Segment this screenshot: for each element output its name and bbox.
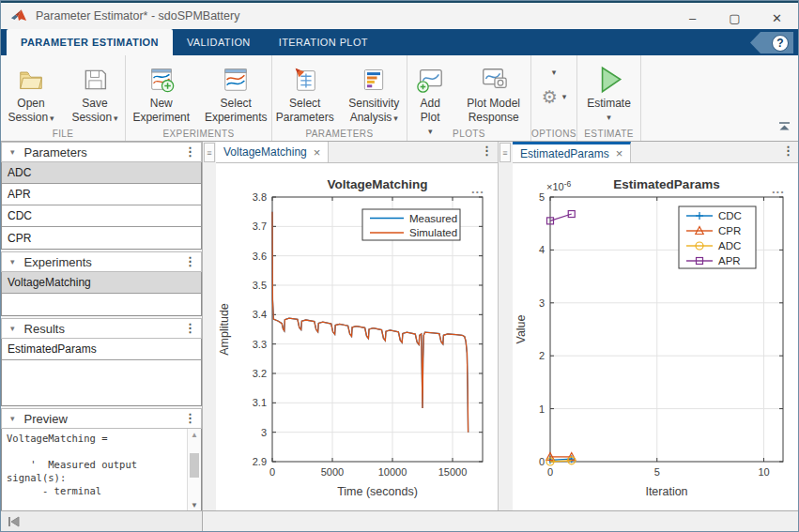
collapse-ribbon-icon (778, 122, 791, 131)
group-estimate: Estimate ▾ ESTIMATE (577, 55, 641, 141)
parameter-row-cpr[interactable]: CPR (2, 227, 201, 249)
tab-validation[interactable]: VALIDATION (173, 29, 265, 55)
svg-text:ADC: ADC (718, 240, 741, 251)
panel-splitter-right[interactable]: ≡ (499, 142, 513, 512)
close-tab-icon[interactable]: × (314, 145, 321, 160)
experiments-menu-icon[interactable]: ⋮ (184, 254, 196, 268)
preview-menu-icon[interactable]: ⋮ (184, 411, 196, 425)
y-axis-multiplier: ×10-6 (546, 179, 572, 192)
voltagematching-chart[interactable]: 0500010000150002.933.13.23.33.43.53.63.7… (216, 163, 499, 511)
group-options: ▾ ⚙ ▾ OPTIONS (531, 55, 577, 141)
estimatedparams-document: EstimatedParams × ⋮ 0510012345EstimatedP… (513, 142, 799, 512)
help-icon: ? (772, 35, 789, 52)
parameter-estimator-window: Parameter Estimator* - sdoSPMBattery – ▢… (0, 0, 799, 532)
svg-text:4: 4 (539, 244, 545, 255)
experiments-section-header[interactable]: ▾ Experiments ⋮ (1, 251, 202, 272)
axes-toolbar-ellipsis-icon[interactable]: ... (772, 182, 785, 196)
estimate-label: Estimate (587, 97, 631, 111)
experiments-list: VoltageMatching (1, 272, 202, 316)
axes-toolbar-ellipsis-icon[interactable]: ... (471, 182, 484, 196)
preview-section-header[interactable]: ▾ Preview ⋮ (1, 408, 202, 429)
svg-text:15000: 15000 (438, 466, 468, 478)
svg-text:3.3: 3.3 (253, 339, 267, 350)
parameters-section-title: Parameters (24, 145, 87, 160)
close-tab-icon[interactable]: × (616, 146, 623, 160)
sensitivity-analysis-label: Sensitivity Analysis (348, 97, 399, 124)
panel-splitter-left[interactable]: ≡ (203, 142, 216, 512)
group-label-file: FILE (1, 129, 125, 139)
svg-text:Value: Value (515, 314, 528, 343)
parameter-row-cdc[interactable]: CDC (2, 205, 201, 227)
options-button[interactable]: ⚙ ▾ (542, 88, 567, 106)
group-label-estimate: ESTIMATE (577, 129, 640, 139)
open-folder-icon (17, 63, 45, 97)
estimatedparams-tab[interactable]: EstimatedParams × (513, 142, 631, 162)
select-parameters-icon (291, 63, 319, 97)
group-parameters: Select Parameters Sensitivity Analysis▾ … (272, 55, 407, 141)
svg-text:5000: 5000 (321, 466, 344, 478)
title-bar: Parameter Estimator* - sdoSPMBattery – ▢… (1, 1, 798, 29)
scroll-down-icon[interactable]: ▼ (188, 501, 201, 509)
collapse-section-icon: ▾ (10, 257, 15, 266)
splitter-handle-icon[interactable]: ≡ (204, 143, 215, 162)
parameters-menu-icon[interactable]: ⋮ (184, 144, 196, 159)
svg-text:3: 3 (261, 427, 267, 438)
status-bar (1, 510, 798, 531)
estimatedparams-chart[interactable]: 0510012345EstimatedParams...IterationVal… (513, 163, 799, 511)
splitter-handle-icon[interactable]: ≡ (499, 143, 511, 162)
options-dropdown-arrow-icon[interactable]: ▾ (552, 68, 557, 77)
result-row-estimatedparams[interactable]: EstimatedParams (2, 339, 201, 360)
dropdown-arrow-icon: ▾ (50, 114, 54, 123)
scroll-up-icon[interactable]: ▲ (188, 431, 201, 439)
results-section-header[interactable]: ▾ Results ⋮ (1, 318, 202, 339)
add-plot-icon (415, 63, 445, 97)
svg-text:3.8: 3.8 (253, 191, 267, 203)
sensitivity-analysis-icon (361, 63, 387, 97)
chart-title: EstimatedParams (613, 177, 719, 191)
svg-text:Simulated: Simulated (409, 227, 457, 238)
run-estimate-icon (593, 63, 625, 97)
parameter-row-apr[interactable]: APR (2, 184, 201, 205)
svg-text:2.9: 2.9 (253, 456, 267, 467)
skip-to-start-icon[interactable] (8, 516, 21, 527)
preview-text: VoltageMatching = ' Measured outputsigna… (2, 429, 201, 497)
collapse-ribbon-button[interactable] (778, 118, 791, 135)
voltagematching-panel-menu-icon[interactable]: ⋮ (481, 144, 493, 158)
results-menu-icon[interactable]: ⋮ (184, 321, 196, 335)
svg-text:5: 5 (539, 191, 545, 203)
experiment-row-empty[interactable] (2, 294, 201, 315)
dropdown-arrow-icon: ▾ (114, 114, 118, 123)
experiment-row-voltagematching[interactable]: VoltageMatching (2, 272, 201, 294)
svg-text:0: 0 (539, 456, 545, 467)
results-list: EstimatedParams (1, 339, 202, 406)
select-experiments-icon (222, 63, 250, 97)
tab-iteration-plot[interactable]: ITERATION PLOT (265, 29, 382, 55)
gear-icon: ⚙ (542, 88, 558, 106)
maximize-button[interactable]: ▢ (714, 5, 756, 31)
preview-section-title: Preview (24, 412, 68, 426)
svg-text:Iteration: Iteration (645, 485, 687, 498)
tab-parameter-estimation[interactable]: PARAMETER ESTIMATION (7, 29, 173, 55)
svg-text:5: 5 (654, 466, 660, 478)
svg-text:1: 1 (539, 403, 545, 415)
group-label-parameters: PARAMETERS (272, 129, 407, 139)
parameters-section-header[interactable]: ▾ Parameters ⋮ (1, 142, 202, 162)
svg-text:3.5: 3.5 (253, 280, 267, 291)
svg-text:APR: APR (718, 255, 741, 266)
svg-text:0: 0 (269, 466, 275, 478)
parameter-row-adc[interactable]: ADC (2, 162, 201, 184)
dropdown-arrow-icon: ▾ (562, 93, 567, 101)
close-button[interactable]: ✕ (756, 5, 798, 31)
voltagematching-tab[interactable]: VoltageMatching × (216, 142, 329, 162)
minimize-button[interactable]: – (671, 5, 714, 31)
preview-scrollbar[interactable]: ▲ ▼ (187, 429, 201, 511)
svg-text:3: 3 (539, 297, 545, 309)
save-session-label: Save Session (71, 97, 112, 124)
estimatedparams-panel-menu-icon[interactable]: ⋮ (782, 144, 794, 158)
estimatedparams-chart-area: 0510012345EstimatedParams...IterationVal… (513, 163, 799, 511)
svg-text:Amplitude: Amplitude (218, 303, 231, 356)
preview-pane: VoltageMatching = ' Measured outputsigna… (1, 429, 202, 512)
scrollbar-thumb[interactable] (190, 453, 199, 478)
group-file: Open Session▾ Save Session▾ FILE (1, 55, 126, 141)
main-area: ▾ Parameters ⋮ ADC APR CDC CPR ▾ Experim… (1, 142, 798, 512)
